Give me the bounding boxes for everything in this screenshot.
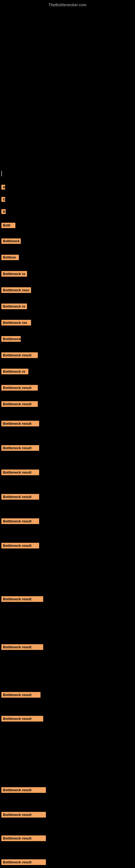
site-title: TheBottlenecker.com	[0, 0, 135, 8]
bottleneck-label-24: Bottleneck result	[1, 716, 43, 721]
bottleneck-item-2: B	[1, 209, 6, 214]
bottleneck-item-1: E	[1, 197, 5, 202]
bottleneck-item-24: Bottleneck result	[1, 716, 43, 721]
bottleneck-items-container: BEBBottlBottleneckBottleneBottleneck reB…	[0, 177, 135, 868]
bottleneck-label-7: Bottleneck resu	[1, 287, 31, 293]
bottleneck-item-27: Bottleneck result	[1, 835, 46, 841]
bottleneck-label-16: Bottleneck result	[1, 445, 39, 451]
bottleneck-item-21: Bottleneck result	[1, 596, 43, 602]
bottleneck-item-7: Bottleneck resu	[1, 287, 31, 293]
bottleneck-label-17: Bottleneck result	[1, 469, 39, 475]
bottleneck-label-2: B	[1, 209, 6, 214]
bottleneck-item-26: Bottleneck result	[1, 812, 46, 817]
bottleneck-label-9: Bottleneck res	[1, 320, 31, 326]
bottleneck-label-28: Bottleneck result	[1, 859, 46, 865]
bottleneck-item-19: Bottleneck result	[1, 518, 39, 524]
bottleneck-label-8: Bottleneck re	[1, 304, 27, 309]
bottleneck-label-19: Bottleneck result	[1, 518, 39, 524]
bottleneck-item-5: Bottlene	[1, 255, 19, 260]
bottleneck-label-13: Bottleneck result	[1, 385, 38, 391]
bottleneck-label-15: Bottleneck result	[1, 421, 39, 426]
bottleneck-item-20: Bottleneck result	[1, 543, 39, 549]
bottleneck-label-1: E	[1, 197, 5, 202]
bottleneck-label-22: Bottleneck result	[1, 644, 43, 650]
bottleneck-label-12: Bottleneck re	[1, 369, 28, 374]
bottleneck-label-21: Bottleneck result	[1, 596, 43, 602]
bottleneck-item-4: Bottleneck	[1, 239, 21, 244]
bottleneck-item-0: B	[1, 185, 5, 190]
bottleneck-item-22: Bottleneck result	[1, 644, 43, 650]
bottleneck-item-10: Bottleneck	[1, 336, 21, 342]
bottleneck-item-15: Bottleneck result	[1, 421, 39, 426]
bottleneck-label-11: Bottleneck result	[1, 352, 38, 358]
bottleneck-label-14: Bottleneck result	[1, 401, 38, 407]
bottleneck-item-17: Bottleneck result	[1, 469, 39, 475]
bottleneck-item-13: Bottleneck result	[1, 385, 38, 391]
bottleneck-label-5: Bottlene	[1, 255, 19, 260]
bottleneck-label-3: Bottl	[1, 223, 15, 228]
bottleneck-label-20: Bottleneck result	[1, 543, 39, 549]
bottleneck-item-25: Bottleneck result	[1, 787, 46, 793]
bottleneck-label-27: Bottleneck result	[1, 835, 46, 841]
bottleneck-label-23: Bottleneck result	[1, 692, 41, 698]
bottleneck-item-14: Bottleneck result	[1, 401, 38, 407]
bottleneck-item-9: Bottleneck res	[1, 320, 31, 326]
bottleneck-item-3: Bottl	[1, 223, 15, 228]
bottleneck-item-28: Bottleneck result	[1, 859, 46, 865]
bottleneck-item-18: Bottleneck result	[1, 494, 39, 500]
cursor-line	[1, 171, 2, 176]
chart-area	[0, 8, 135, 177]
bottleneck-item-23: Bottleneck result	[1, 692, 41, 698]
bottleneck-label-4: Bottleneck	[1, 239, 21, 244]
bottleneck-label-6: Bottleneck re	[1, 271, 27, 277]
bottleneck-item-11: Bottleneck result	[1, 352, 38, 358]
bottleneck-label-0: B	[1, 185, 5, 190]
bottleneck-label-25: Bottleneck result	[1, 787, 46, 793]
bottleneck-item-16: Bottleneck result	[1, 445, 39, 451]
bottleneck-item-6: Bottleneck re	[1, 271, 27, 277]
bottleneck-item-8: Bottleneck re	[1, 304, 27, 309]
bottleneck-label-18: Bottleneck result	[1, 494, 39, 500]
bottleneck-item-12: Bottleneck re	[1, 369, 28, 374]
bottleneck-label-10: Bottleneck	[1, 336, 21, 342]
bottleneck-label-26: Bottleneck result	[1, 812, 46, 817]
